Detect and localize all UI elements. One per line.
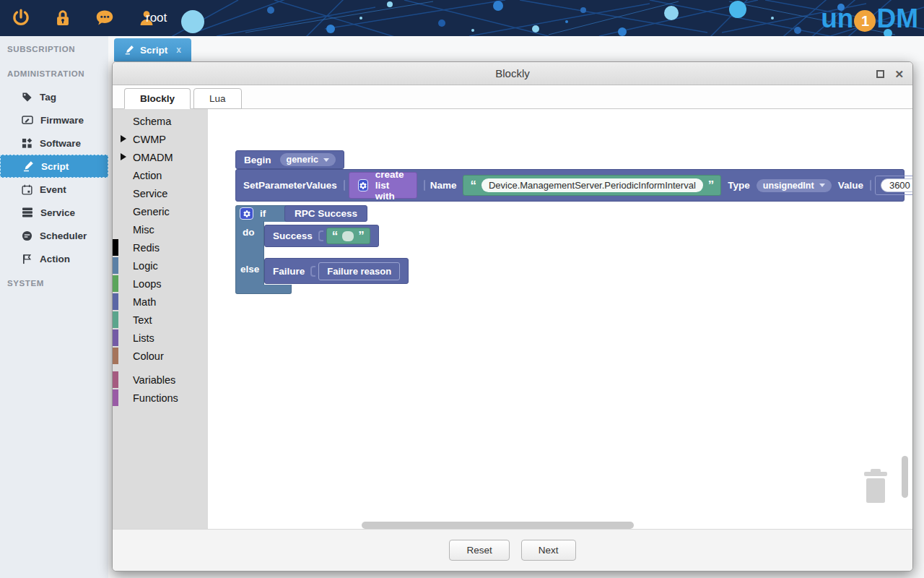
logo-one-badge: 1	[854, 10, 876, 32]
value-label: Value	[838, 180, 863, 191]
lock-icon[interactable]	[51, 6, 75, 30]
toolbox-category-text[interactable]: Text	[113, 311, 208, 329]
sidebar-item-script[interactable]: Script	[0, 155, 108, 178]
app-logo: un 1 DM	[821, 4, 918, 34]
event-calendar-icon	[22, 184, 32, 195]
sidebar-item-action[interactable]: Action	[0, 247, 108, 270]
if-mutator-gear-icon[interactable]	[240, 207, 253, 220]
toolbox-category-schema[interactable]: Schema	[113, 112, 208, 130]
toolbox-category-lists[interactable]: Lists	[113, 329, 208, 347]
script-icon	[22, 160, 34, 172]
logo-un: un	[821, 4, 853, 34]
power-icon[interactable]	[9, 6, 33, 30]
logo-dm: DM	[876, 4, 918, 34]
category-color-chip	[113, 348, 118, 364]
open-quote: “	[332, 230, 339, 242]
toolbox-category-redis[interactable]: Redis	[113, 238, 208, 256]
next-button[interactable]: Next	[521, 540, 576, 561]
do-label: do	[243, 227, 255, 238]
close-quote: ”	[708, 179, 715, 191]
value-field[interactable]: 3600	[881, 178, 912, 192]
toolbox-category-logic[interactable]: Logic	[113, 256, 208, 275]
name-value-field[interactable]: Device.ManagementServer.PeriodicInformIn…	[481, 178, 703, 192]
sidebar-item-label: Firmware	[40, 115, 84, 126]
toolbox-category-service[interactable]: Service	[113, 184, 208, 202]
toolbox-category-math[interactable]: Math	[113, 293, 208, 311]
set-parameter-values-block[interactable]: SetParameterValues create list with Name…	[235, 169, 905, 202]
category-color-chip	[113, 311, 118, 328]
tab-script[interactable]: Script x	[114, 38, 191, 61]
category-color-chip	[113, 389, 118, 406]
vertical-scrollbar[interactable]	[902, 456, 908, 498]
empty-text-field[interactable]	[342, 231, 354, 241]
tab-blockly[interactable]: Blockly	[124, 88, 191, 109]
create-list-with-block[interactable]: create list with	[349, 172, 417, 199]
rpc-success-block[interactable]: RPC Success	[284, 205, 367, 222]
category-color-chip	[113, 257, 118, 274]
toolbox-category-loops[interactable]: Loops	[113, 275, 208, 293]
begin-block[interactable]: Begin generic	[235, 150, 344, 169]
chevron-down-icon	[819, 184, 825, 187]
expand-arrow-icon	[121, 153, 126, 160]
chevron-down-icon	[323, 158, 329, 162]
if-label: if	[260, 208, 266, 219]
input-socket	[318, 230, 323, 241]
maximize-icon[interactable]	[876, 70, 884, 78]
sidebar-item-event[interactable]: Event	[0, 178, 108, 201]
type-dropdown[interactable]: unsignedInt	[757, 179, 832, 192]
input-socket	[870, 180, 871, 191]
horizontal-scrollbar[interactable]	[362, 522, 634, 529]
trash-icon[interactable]	[861, 467, 890, 508]
sidebar-item-service[interactable]: Service	[0, 201, 108, 224]
type-label: Type	[728, 180, 750, 191]
sidebar-item-label: Service	[40, 207, 75, 218]
firmware-icon	[22, 114, 33, 126]
sidebar-item-label: Scheduler	[40, 230, 87, 241]
blockly-workspace[interactable]: Begin generic SetParameterValues create …	[208, 109, 912, 529]
name-text-block[interactable]: “ Device.ManagementServer.PeriodicInform…	[463, 175, 721, 196]
script-tab-icon	[124, 45, 134, 55]
sidebar-item-software[interactable]: Software	[0, 131, 108, 155]
blockly-editor: Schema CWMP OMADM Action Service Generic…	[113, 109, 912, 529]
reset-button[interactable]: Reset	[449, 540, 509, 561]
sidebar-item-scheduler[interactable]: Scheduler	[0, 224, 108, 247]
sidebar-section-subscription: SUBSCRIPTION	[0, 36, 108, 61]
modal-tab-row: Blockly Lua	[113, 85, 912, 109]
mutator-gear-icon[interactable]	[358, 179, 368, 191]
failure-block[interactable]: Failure Failure reason	[264, 258, 409, 284]
modal-title: Blockly	[495, 67, 530, 79]
failure-reason-field[interactable]: Failure reason	[318, 262, 400, 280]
toolbox-category-omadm[interactable]: OMADM	[113, 148, 208, 166]
tab-close-icon[interactable]: x	[176, 45, 181, 55]
sidebar-item-label: Software	[40, 138, 81, 149]
sidebar-item-tag[interactable]: Tag	[0, 85, 108, 108]
name-label: Name	[430, 180, 457, 191]
toolbox-category-action[interactable]: Action	[113, 166, 208, 184]
toolbox-category-cwmp[interactable]: CWMP	[113, 130, 208, 148]
sidebar-item-firmware[interactable]: Firmware	[0, 108, 108, 131]
sidebar-item-label: Action	[40, 254, 70, 264]
chat-icon[interactable]	[92, 6, 117, 30]
close-icon[interactable]: ✕	[894, 69, 904, 79]
tab-lua[interactable]: Lua	[193, 88, 242, 109]
close-quote: ”	[358, 230, 365, 242]
toolbox-category-functions[interactable]: Functions	[113, 389, 208, 407]
if-block-bottom[interactable]	[235, 285, 292, 294]
success-block[interactable]: Success “ ”	[264, 225, 379, 247]
toolbox-category-misc[interactable]: Misc	[113, 220, 208, 238]
sidebar: SUBSCRIPTION ADMINISTRATION Tag Firmware…	[0, 36, 108, 578]
toolbox-category-colour[interactable]: Colour	[113, 347, 208, 365]
success-text-block[interactable]: “ ”	[326, 228, 370, 244]
top-bar: root un 1 DM	[0, 0, 924, 36]
scheduler-icon	[22, 230, 32, 241]
service-stack-icon	[22, 207, 33, 218]
toolbox-category-variables[interactable]: Variables	[113, 371, 208, 389]
begin-dropdown[interactable]: generic	[280, 153, 336, 166]
value-shadow-block[interactable]: 3600	[875, 176, 912, 195]
sidebar-item-label: Event	[40, 184, 66, 195]
toolbox-category-generic[interactable]: Generic	[113, 202, 208, 220]
input-socket	[344, 180, 345, 191]
modal-titlebar: Blockly ✕	[113, 62, 912, 85]
username-label[interactable]: root	[146, 11, 167, 25]
input-socket	[424, 180, 425, 191]
